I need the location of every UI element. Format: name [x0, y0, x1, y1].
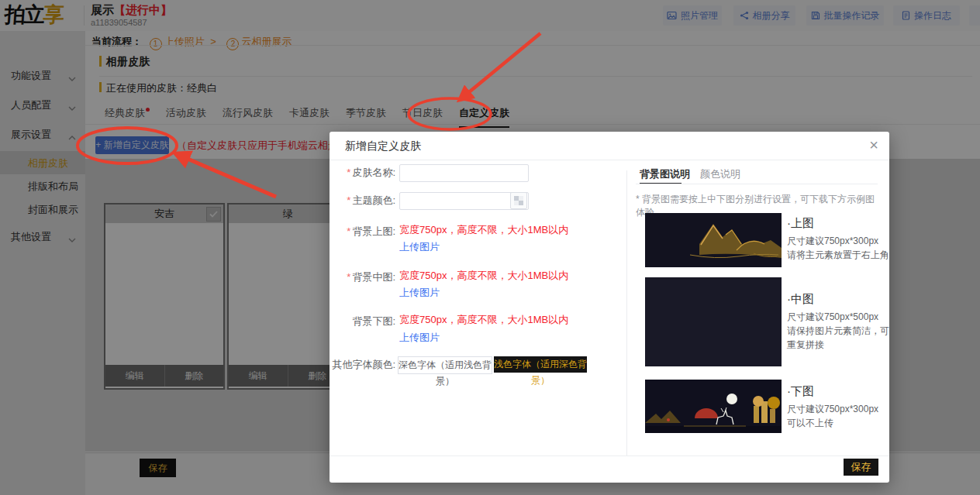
- theme-color-label: *主题颜色:: [330, 192, 395, 209]
- modal-header: 新增自定义皮肤 ×: [330, 132, 889, 160]
- font-dark-option[interactable]: 深色字体（适用浅色背景）: [398, 356, 492, 374]
- bg-bottom-size-hint: 宽度750px，高度不限，大小1MB以内: [399, 313, 568, 327]
- example-bottom-title: ·下图: [787, 384, 892, 399]
- modal-tabs-divider: [636, 184, 878, 184]
- skin-name-label: *皮肤名称:: [330, 164, 395, 181]
- modal-panel-divider: [626, 170, 627, 455]
- example-middle-title: ·中图: [787, 292, 892, 307]
- modal-footer-divider: [330, 455, 889, 456]
- bg-top-upload-link[interactable]: 上传图片: [399, 240, 440, 254]
- bg-top-size-hint: 宽度750px，高度不限，大小1MB以内: [399, 223, 568, 237]
- example-top-tip: 请将主元素放置于右上角: [787, 248, 892, 262]
- skin-example-top-image: [645, 213, 782, 267]
- bg-mid-label: *背景中图:: [330, 269, 395, 286]
- tab-background-guide[interactable]: 背景图说明: [640, 167, 690, 181]
- bg-bottom-label: 背景下图:: [330, 313, 395, 330]
- example-middle-tip: 请保持图片元素简洁，可重复拼接: [787, 324, 892, 352]
- page: 拍立享 展示【进行中】 a11839054587 照片管理 相册分享 批量操作记…: [0, 0, 980, 495]
- example-top-size: 尺寸建议750px*300px: [787, 234, 892, 248]
- bg-mid-size-hint: 宽度750px，高度不限，大小1MB以内: [399, 269, 568, 283]
- theme-color-input[interactable]: [399, 192, 529, 210]
- font-light-option[interactable]: 浅色字体（适用深色背景）: [494, 356, 587, 373]
- color-picker-icon: [514, 196, 523, 205]
- skin-example-bottom-image: [645, 380, 782, 433]
- example-bottom-tip: 可以不上传: [787, 416, 892, 430]
- example-top-title: ·上图: [787, 216, 892, 231]
- example-top-caption: ·上图 尺寸建议750px*300px 请将主元素放置于右上角: [787, 216, 892, 262]
- bg-top-label: *背景上图:: [330, 223, 395, 240]
- modal-title: 新增自定义皮肤: [345, 132, 421, 160]
- example-middle-caption: ·中图 尺寸建议750px*500px 请保持图片元素简洁，可重复拼接: [787, 292, 892, 352]
- color-picker-button[interactable]: [510, 192, 527, 209]
- example-middle-size: 尺寸建议750px*500px: [787, 310, 892, 324]
- font-color-label: 其他字体颜色:: [330, 356, 395, 373]
- example-bottom-caption: ·下图 尺寸建议750px*300px 可以不上传: [787, 384, 892, 430]
- skin-name-input[interactable]: [399, 164, 529, 182]
- close-icon[interactable]: ×: [869, 136, 878, 154]
- bg-bottom-upload-link[interactable]: 上传图片: [399, 331, 440, 345]
- skin-example-middle-image: [645, 277, 782, 366]
- bg-mid-upload-link[interactable]: 上传图片: [399, 286, 440, 300]
- example-bottom-size: 尺寸建议750px*300px: [787, 402, 892, 416]
- tab-color-guide[interactable]: 颜色说明: [700, 167, 740, 181]
- add-custom-skin-modal: 新增自定义皮肤 × *皮肤名称: *主题颜色: *背景上图: 宽度750px，高…: [330, 132, 889, 483]
- modal-save-button[interactable]: 保存: [844, 459, 878, 476]
